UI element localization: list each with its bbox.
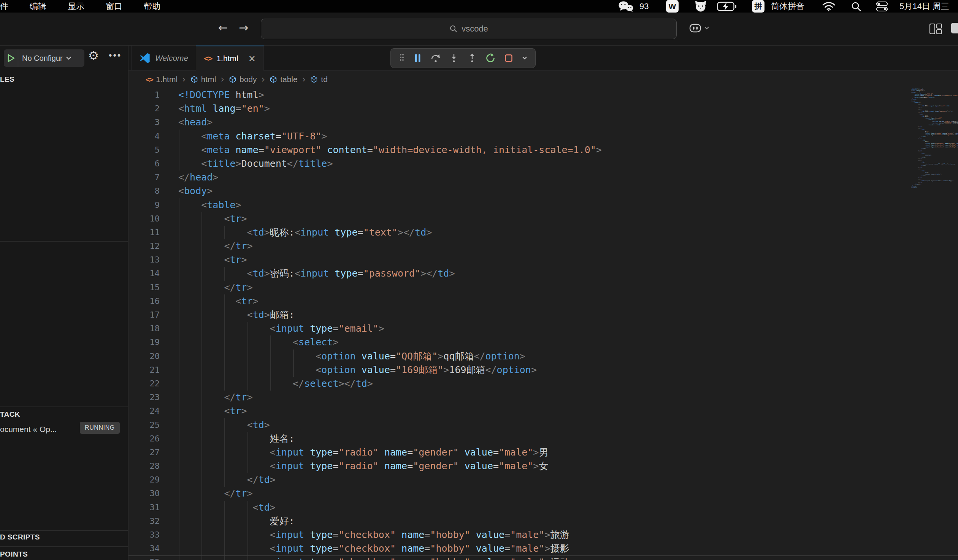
- input-method-label[interactable]: 简体拼音: [771, 0, 804, 13]
- input-method-icon[interactable]: 拼: [752, 0, 764, 13]
- variables-section-header[interactable]: LES: [0, 75, 14, 84]
- code-line-27: 27 <input type="radio" name="gender" val…: [128, 446, 958, 459]
- callstack-section-header[interactable]: TACK: [0, 410, 20, 419]
- breadcrumb-item-table[interactable]: table: [270, 75, 298, 84]
- loaded-scripts-divider[interactable]: [0, 530, 128, 531]
- line-number[interactable]: 14: [128, 267, 160, 280]
- line-number[interactable]: 27: [128, 446, 160, 459]
- line-number[interactable]: 26: [128, 432, 160, 446]
- run-config-control[interactable]: No Configur: [4, 49, 84, 67]
- minimap[interactable]: <!DOCTYPE html><html lang="en"><head> <m…: [911, 88, 958, 560]
- cat-app-icon[interactable]: [694, 0, 707, 13]
- menu-item-1[interactable]: 文件: [0, 1, 8, 12]
- line-number[interactable]: 31: [128, 501, 160, 514]
- menu-item-4[interactable]: 窗口: [106, 1, 122, 12]
- pause-icon[interactable]: [413, 53, 422, 63]
- wps-icon[interactable]: W: [666, 0, 679, 13]
- indent-guide: [179, 363, 179, 377]
- wechat-icon[interactable]: [618, 0, 634, 13]
- line-number[interactable]: 28: [128, 459, 160, 473]
- spotlight-search-icon[interactable]: [851, 0, 861, 13]
- callstack-session-item[interactable]: ocument « Op...: [0, 425, 57, 434]
- play-icon: [7, 54, 15, 63]
- code-line-2: 2<html lang="en">: [128, 102, 958, 115]
- menu-item-5[interactable]: 帮助: [144, 1, 160, 12]
- indent-guide: [247, 459, 248, 473]
- forward-arrow-icon[interactable]: →: [239, 21, 248, 34]
- line-number[interactable]: 6: [128, 157, 160, 171]
- breadcrumb-item-file[interactable]: <> 1.html: [146, 75, 178, 84]
- indent-guide: [224, 294, 225, 308]
- line-number[interactable]: 1: [128, 88, 160, 102]
- callstack-section-divider[interactable]: [0, 407, 128, 407]
- line-number[interactable]: 3: [128, 115, 160, 129]
- line-number[interactable]: 30: [128, 487, 160, 500]
- line-number[interactable]: 7: [128, 171, 160, 184]
- line-number[interactable]: 4: [128, 130, 160, 143]
- line-number[interactable]: 29: [128, 473, 160, 487]
- line-number[interactable]: 20: [128, 350, 160, 363]
- line-number[interactable]: 19: [128, 335, 160, 349]
- close-icon[interactable]: ×: [248, 53, 256, 64]
- breakpoints-divider[interactable]: [0, 546, 128, 547]
- code-editor[interactable]: 1<!DOCTYPE html>2<html lang="en">3<head>…: [128, 88, 958, 560]
- line-number[interactable]: 23: [128, 391, 160, 404]
- watch-section-divider[interactable]: [0, 241, 128, 242]
- battery-charging-icon[interactable]: [717, 0, 737, 13]
- step-into-icon[interactable]: [449, 53, 459, 63]
- toggle-panel-icon[interactable]: [951, 22, 958, 34]
- step-out-icon[interactable]: [467, 53, 477, 63]
- more-actions-icon[interactable]: •••: [109, 50, 122, 61]
- line-number[interactable]: 22: [128, 377, 160, 391]
- line-number[interactable]: 15: [128, 281, 160, 294]
- line-number[interactable]: 5: [128, 143, 160, 157]
- line-number[interactable]: 32: [128, 514, 160, 528]
- line-number[interactable]: 9: [128, 198, 160, 212]
- line-number[interactable]: 25: [128, 418, 160, 432]
- drag-grip-icon[interactable]: [399, 53, 405, 63]
- tab-welcome[interactable]: Welcome: [131, 46, 196, 71]
- indent-guide: [247, 432, 248, 446]
- indent-guide: [201, 391, 202, 404]
- menubar-clock[interactable]: 5月14日 周三: [899, 0, 949, 13]
- breadcrumb-item-body[interactable]: body: [229, 75, 257, 84]
- line-number[interactable]: 12: [128, 239, 160, 253]
- indent-guide: [201, 418, 202, 432]
- code-line-17: 17 <td>邮箱:: [128, 308, 958, 322]
- line-number[interactable]: 16: [128, 294, 160, 308]
- line-number[interactable]: 24: [128, 404, 160, 418]
- line-number[interactable]: 33: [128, 528, 160, 542]
- copilot-menu[interactable]: [689, 22, 709, 34]
- line-number[interactable]: 21: [128, 363, 160, 377]
- breadcrumb-item-html[interactable]: html: [190, 75, 216, 84]
- line-number[interactable]: 2: [128, 102, 160, 115]
- loaded-scripts-section-header[interactable]: D SCRIPTS: [0, 533, 40, 541]
- command-center-search[interactable]: vscode: [261, 19, 677, 39]
- chevron-down-icon[interactable]: [522, 56, 527, 60]
- line-number[interactable]: 13: [128, 253, 160, 267]
- step-over-icon[interactable]: [431, 53, 441, 63]
- breadcrumb-item-td[interactable]: td: [310, 75, 328, 84]
- debug-config-dropdown[interactable]: No Configur: [18, 54, 84, 63]
- line-number[interactable]: 34: [128, 542, 160, 555]
- breakpoints-section-header[interactable]: POINTS: [0, 550, 28, 558]
- menu-item-3[interactable]: 显示: [68, 1, 84, 12]
- restart-icon[interactable]: [485, 53, 495, 63]
- gear-icon[interactable]: ⚙: [88, 49, 99, 62]
- control-center-icon[interactable]: [876, 0, 888, 13]
- customize-layout-icon[interactable]: [929, 22, 943, 35]
- indent-guide: [201, 308, 202, 322]
- indent-guide: [179, 143, 179, 157]
- menu-item-2[interactable]: 编辑: [30, 1, 46, 12]
- line-number[interactable]: 17: [128, 308, 160, 322]
- wifi-icon[interactable]: [822, 0, 836, 13]
- stop-icon[interactable]: [504, 53, 514, 63]
- line-number[interactable]: 10: [128, 212, 160, 226]
- line-number[interactable]: 8: [128, 184, 160, 198]
- line-number[interactable]: 18: [128, 322, 160, 335]
- start-debug-button[interactable]: [4, 49, 18, 67]
- line-number[interactable]: 11: [128, 226, 160, 239]
- tab-1html[interactable]: <> 1.html ×: [196, 46, 264, 71]
- back-arrow-icon[interactable]: ←: [218, 21, 228, 34]
- indent-guide: [247, 542, 248, 555]
